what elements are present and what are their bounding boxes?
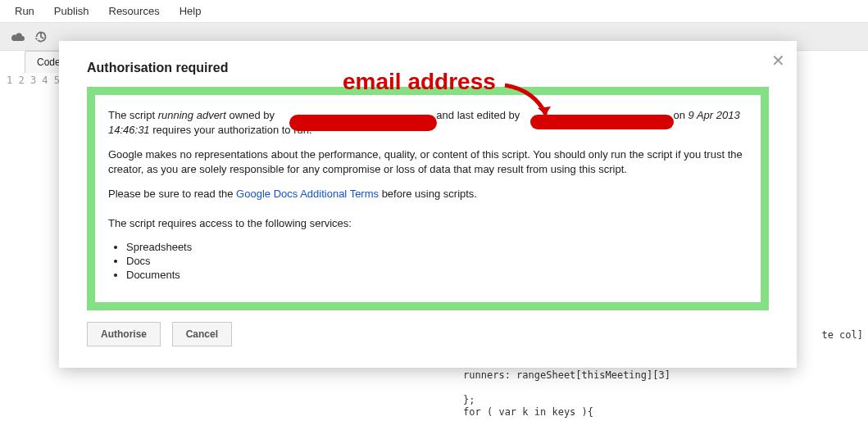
close-icon[interactable]: ✕ <box>771 52 785 69</box>
service-item: Documents <box>126 269 748 281</box>
dialog-disclaimer: Google makes no representations about th… <box>108 147 748 177</box>
authorise-dialog: ✕ Authorisation required The script runn… <box>59 41 797 368</box>
service-item: Docs <box>126 255 748 267</box>
dialog-title: Authorisation required <box>87 61 769 75</box>
terms-link[interactable]: Google Docs Additional Terms <box>236 188 379 200</box>
dialog-terms: Please be sure to read the Google Docs A… <box>108 187 748 201</box>
redaction-editor <box>530 115 674 129</box>
dialog-services-intro: The script requires access to the follow… <box>108 216 748 231</box>
redaction-owner <box>289 115 437 131</box>
service-item: Spreadsheets <box>126 241 748 253</box>
authorise-button[interactable]: Authorise <box>87 322 161 346</box>
cancel-button[interactable]: Cancel <box>172 322 232 346</box>
dialog-services-list: SpreadsheetsDocsDocuments <box>126 241 748 281</box>
